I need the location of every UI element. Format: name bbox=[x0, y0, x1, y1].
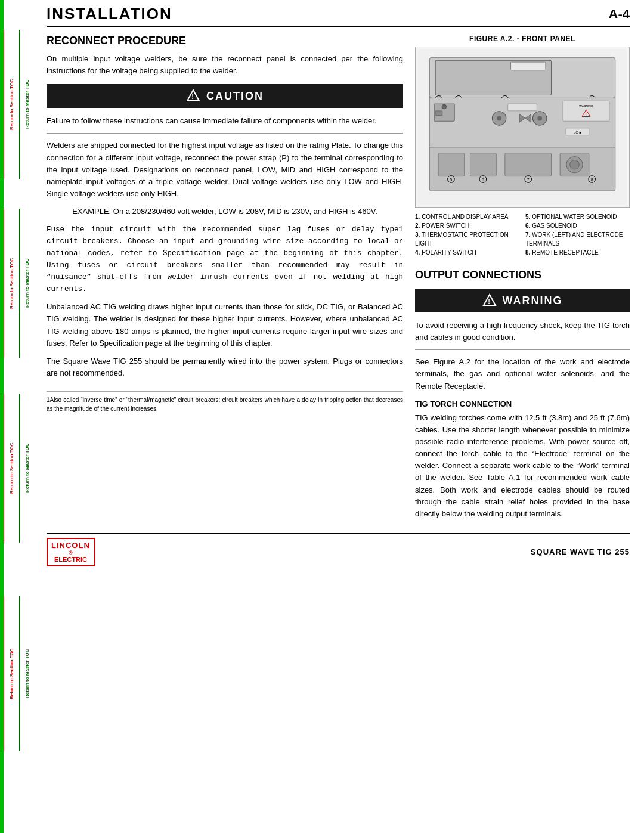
reconnect-para1: Welders are shipped connected for the hi… bbox=[47, 140, 403, 200]
svg-text:WARNING: WARNING bbox=[579, 105, 593, 108]
figure-title: FIGURE A.2. - FRONT PANEL bbox=[415, 35, 630, 43]
page-header: INSTALLATION A-4 bbox=[47, 5, 630, 27]
svg-text:LC ■: LC ■ bbox=[574, 131, 581, 134]
svg-text:!: ! bbox=[586, 113, 586, 116]
green-bar bbox=[0, 0, 4, 833]
sidebar-group-2: Return to Section TOC Return to Master T… bbox=[4, 209, 35, 358]
warning-text: To avoid receiving a high frequency shoc… bbox=[415, 320, 630, 343]
caution-text: Failure to follow these instructions can… bbox=[47, 115, 403, 127]
return-master-toc-4[interactable]: Return to Master TOC bbox=[19, 596, 35, 751]
right-column: FIGURE A.2. - FRONT PANEL bbox=[415, 35, 630, 526]
reconnect-intro: On multiple input voltage welders, be su… bbox=[47, 53, 403, 77]
legend-item-1: 1. CONTROL AND DISPLAY AREA bbox=[415, 212, 519, 221]
svg-rect-28 bbox=[508, 104, 537, 111]
reconnect-para3: Unbalanced AC TIG welding draws higher i… bbox=[47, 301, 403, 349]
svg-point-25 bbox=[537, 116, 542, 121]
main-content: INSTALLATION A-4 RECONNECT PROCEDURE On … bbox=[41, 0, 636, 569]
svg-point-16 bbox=[442, 104, 447, 109]
logo-sub: ELECTRIC bbox=[54, 556, 87, 563]
return-section-toc-4[interactable]: Return to Section TOC bbox=[4, 596, 19, 751]
sidebar-container: Return to Section TOC Return to Master T… bbox=[4, 0, 35, 833]
legend-item-4: 4. POLARITY SWITCH bbox=[415, 248, 519, 257]
warning-banner: ! WARNING bbox=[415, 289, 630, 312]
svg-text:8: 8 bbox=[591, 178, 593, 182]
return-section-toc-1[interactable]: Return to Section TOC bbox=[4, 30, 19, 179]
footnote-text: 1Also called “inverse time” or “thermal/… bbox=[47, 395, 403, 413]
svg-rect-30 bbox=[438, 153, 465, 176]
svg-rect-31 bbox=[470, 153, 497, 176]
legend-item-5: 5. OPTIONAL WATER SOLENOID bbox=[525, 212, 630, 221]
sidebar-group-3: Return to Section TOC Return to Master T… bbox=[4, 394, 35, 543]
footnote-area: 1Also called “inverse time” or “thermal/… bbox=[47, 391, 403, 413]
svg-point-23 bbox=[497, 116, 501, 121]
return-master-toc-3[interactable]: Return to Master TOC bbox=[19, 394, 35, 543]
legend-item-7: 7. WORK (LEFT) AND ELECTRODE TERMINALS bbox=[525, 230, 630, 248]
warning-label: WARNING bbox=[503, 295, 563, 307]
legend-item-6: 6. GAS SOLENOID bbox=[525, 221, 630, 230]
legend-item-2: 2. POWER SWITCH bbox=[415, 221, 519, 230]
svg-text:!: ! bbox=[191, 93, 195, 100]
reconnect-example: EXAMPLE: On a 208/230/460 volt welder, L… bbox=[47, 206, 403, 218]
left-column: RECONNECT PROCEDURE On multiple input vo… bbox=[47, 35, 403, 526]
tig-torch-text: TIG welding torches come with 12.5 ft (3… bbox=[415, 412, 630, 520]
sidebar-group-4: Return to Section TOC Return to Master T… bbox=[4, 596, 35, 751]
logo-registered: ® bbox=[69, 550, 73, 556]
page-footer: LINCOLN ® ELECTRIC SQUARE WAVE TIG 255 bbox=[47, 533, 630, 566]
legend-col-left: 1. CONTROL AND DISPLAY AREA 2. POWER SWI… bbox=[415, 212, 519, 257]
page-number: A-4 bbox=[609, 7, 630, 22]
caution-label: CAUTION bbox=[206, 90, 264, 103]
warning-icon: ! bbox=[482, 293, 497, 308]
reconnect-para2: Fuse the input circuit with the recommen… bbox=[47, 224, 403, 295]
logo-area: LINCOLN ® ELECTRIC bbox=[47, 538, 95, 566]
legend-item-8: 8. REMOTE RECEPTACLE bbox=[525, 248, 630, 257]
svg-text:6: 6 bbox=[482, 178, 484, 182]
return-section-toc-2[interactable]: Return to Section TOC bbox=[4, 209, 19, 358]
svg-rect-17 bbox=[435, 111, 442, 116]
footer-model: SQUARE WAVE TIG 255 bbox=[531, 547, 630, 556]
divider-2 bbox=[415, 349, 630, 350]
svg-text:!: ! bbox=[488, 298, 491, 305]
legend-item-3: 3. THERMOSTATIC PROTECTION LIGHT bbox=[415, 230, 519, 248]
svg-rect-32 bbox=[505, 153, 552, 176]
reconnect-heading: RECONNECT PROCEDURE bbox=[47, 35, 403, 47]
tig-torch-heading: TIG TORCH CONNECTION bbox=[415, 400, 630, 408]
caution-banner: ! CAUTION bbox=[47, 84, 403, 108]
logo-brand: LINCOLN bbox=[51, 541, 90, 550]
legend-col-right: 5. OPTIONAL WATER SOLENOID 6. GAS SOLENO… bbox=[525, 212, 630, 257]
output-para1: See Figure A.2 for the location of the w… bbox=[415, 356, 630, 392]
lincoln-logo: LINCOLN ® ELECTRIC bbox=[47, 538, 95, 566]
figure-container: 1 2 3 4 bbox=[415, 47, 630, 208]
figure-image: 1 2 3 4 bbox=[418, 49, 627, 205]
return-master-toc-1[interactable]: Return to Master TOC bbox=[19, 30, 35, 179]
svg-text:7: 7 bbox=[527, 178, 530, 182]
svg-rect-5 bbox=[511, 62, 546, 70]
reconnect-para4: The Square Wave TIG 255 should be perman… bbox=[47, 355, 403, 379]
svg-point-35 bbox=[570, 160, 580, 169]
return-master-toc-2[interactable]: Return to Master TOC bbox=[19, 209, 35, 358]
output-heading: OUTPUT CONNECTIONS bbox=[415, 269, 630, 281]
divider-1 bbox=[47, 133, 403, 134]
output-section: OUTPUT CONNECTIONS ! WARNING To avoid re… bbox=[415, 269, 630, 520]
return-section-toc-3[interactable]: Return to Section TOC bbox=[4, 394, 19, 543]
front-panel-svg: 1 2 3 4 bbox=[418, 49, 627, 205]
svg-text:5: 5 bbox=[450, 178, 453, 182]
sidebar-group-1: Return to Section TOC Return to Master T… bbox=[4, 30, 35, 179]
caution-icon: ! bbox=[186, 89, 200, 103]
page-title: INSTALLATION bbox=[47, 5, 172, 23]
two-col-layout: RECONNECT PROCEDURE On multiple input vo… bbox=[47, 35, 630, 526]
figure-legend: 1. CONTROL AND DISPLAY AREA 2. POWER SWI… bbox=[415, 212, 630, 257]
svg-rect-18 bbox=[563, 101, 609, 121]
